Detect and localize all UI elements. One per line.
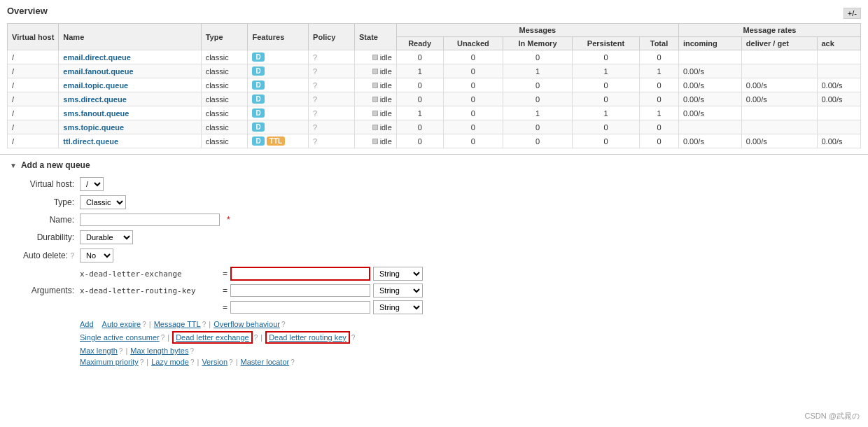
version-help[interactable]: ? bbox=[229, 358, 233, 366]
table-row[interactable]: / ttl.direct.queue classic D TTL ? idle … bbox=[8, 134, 861, 148]
feature-badge-d: D bbox=[252, 80, 264, 90]
cell-name[interactable]: sms.direct.queue bbox=[59, 92, 201, 106]
link-version[interactable]: Version bbox=[202, 358, 227, 366]
cell-type: classic bbox=[201, 64, 248, 78]
table-row[interactable]: / email.topic.queue classic D ? idle 0 0… bbox=[8, 78, 861, 92]
arg-type-select-2[interactable]: String Number Boolean bbox=[373, 284, 423, 298]
cell-type: classic bbox=[201, 106, 248, 120]
overflow-help[interactable]: ? bbox=[281, 321, 286, 328]
cell-in-memory: 1 bbox=[503, 64, 573, 78]
add-queue-form: Virtual host: / Type: Classic Name: * Du… bbox=[10, 177, 430, 314]
link-auto-expire[interactable]: Auto expire bbox=[102, 320, 141, 328]
link-master-locator[interactable]: Master locator bbox=[241, 358, 290, 366]
auto-expire-help[interactable]: ? bbox=[142, 321, 146, 328]
arg-value-2[interactable] bbox=[230, 284, 370, 297]
cell-vhost: / bbox=[8, 64, 59, 78]
link-max-priority[interactable]: Maximum priority bbox=[80, 358, 139, 366]
cell-vhost: / bbox=[8, 50, 59, 64]
link-message-ttl[interactable]: Message TTL bbox=[154, 320, 201, 328]
auto-delete-select[interactable]: No Yes bbox=[80, 248, 113, 262]
dead-letter-exchange-help[interactable]: ? bbox=[254, 334, 258, 342]
max-priority-help[interactable]: ? bbox=[140, 358, 144, 366]
table-row[interactable]: / email.fanout.queue classic D ? idle 1 … bbox=[8, 64, 861, 78]
cell-incoming: 0.00/s bbox=[678, 92, 741, 106]
cell-ack: 0.00/s bbox=[817, 134, 861, 148]
cell-name[interactable]: ttl.direct.queue bbox=[59, 134, 201, 148]
cell-total: 0 bbox=[640, 120, 679, 134]
cell-name[interactable]: sms.topic.queue bbox=[59, 120, 201, 134]
add-button[interactable]: Add bbox=[80, 320, 94, 328]
link-single-consumer[interactable]: Single active consumer bbox=[80, 333, 160, 342]
arg-value-1[interactable] bbox=[230, 267, 370, 281]
cell-persistent: 0 bbox=[572, 50, 639, 64]
cell-total: 1 bbox=[640, 64, 679, 78]
cell-state: idle bbox=[355, 78, 397, 92]
name-control: * bbox=[80, 214, 430, 226]
auto-delete-label: Auto delete: ? bbox=[10, 251, 80, 260]
master-locator-help[interactable]: ? bbox=[290, 358, 295, 366]
cell-type: classic bbox=[201, 92, 248, 106]
th-name: Name bbox=[59, 24, 201, 50]
max-length-bytes-help[interactable]: ? bbox=[190, 347, 194, 355]
th-total: Total bbox=[640, 37, 679, 50]
arg-type-select-1[interactable]: String Number Boolean bbox=[373, 267, 423, 281]
link-lazy-mode[interactable]: Lazy mode bbox=[151, 358, 189, 366]
overview-section: Overview +/- Virtual host Name Type Feat… bbox=[0, 0, 868, 154]
link-max-length-bytes[interactable]: Max length bytes bbox=[130, 346, 188, 355]
add-links-row-2: Max length ? | Max length bytes ? bbox=[80, 346, 858, 355]
link-max-length[interactable]: Max length bbox=[80, 346, 118, 355]
cell-vhost: / bbox=[8, 106, 59, 120]
max-length-help[interactable]: ? bbox=[119, 347, 123, 355]
plus-minus-button[interactable]: +/- bbox=[844, 8, 861, 19]
arg-type-select-3[interactable]: String Number Boolean bbox=[373, 300, 423, 314]
add-queue-header[interactable]: ▼ Add a new queue bbox=[10, 160, 858, 170]
table-row[interactable]: / email.direct.queue classic D ? idle 0 … bbox=[8, 50, 861, 64]
cell-name[interactable]: email.fanout.queue bbox=[59, 64, 201, 78]
cell-features: D bbox=[248, 64, 309, 78]
arg-value-3[interactable] bbox=[230, 301, 370, 314]
single-consumer-help[interactable]: ? bbox=[161, 334, 165, 342]
cell-name[interactable]: email.direct.queue bbox=[59, 50, 201, 64]
cell-state: idle bbox=[355, 92, 397, 106]
link-overflow[interactable]: Overflow behaviour bbox=[214, 320, 280, 328]
dead-letter-routing-key-help[interactable]: ? bbox=[351, 334, 356, 342]
cell-deliver-get: 0.00/s bbox=[741, 78, 817, 92]
cell-state: idle bbox=[355, 64, 397, 78]
name-input[interactable] bbox=[80, 214, 220, 226]
auto-delete-help[interactable]: ? bbox=[70, 252, 74, 260]
durability-select[interactable]: Durable Transient bbox=[80, 230, 133, 244]
cell-ready: 0 bbox=[396, 78, 443, 92]
cell-incoming: 0.00/s bbox=[678, 106, 741, 120]
lazy-mode-help[interactable]: ? bbox=[190, 358, 195, 366]
add-queue-title: Add a new queue bbox=[21, 160, 90, 170]
th-deliver-get: deliver / get bbox=[741, 37, 817, 50]
cell-ready: 0 bbox=[396, 120, 443, 134]
cell-total: 0 bbox=[640, 50, 679, 64]
table-row[interactable]: / sms.topic.queue classic D ? idle 0 0 0… bbox=[8, 120, 861, 134]
durability-label: Durability: bbox=[10, 232, 80, 242]
link-dead-letter-routing-key[interactable]: Dead letter routing key bbox=[265, 331, 350, 344]
cell-total: 0 bbox=[640, 78, 679, 92]
cell-deliver-get bbox=[741, 120, 817, 134]
virtual-host-select[interactable]: / bbox=[80, 177, 104, 191]
cell-deliver-get bbox=[741, 106, 817, 120]
table-row[interactable]: / sms.direct.queue classic D ? idle 0 0 … bbox=[8, 92, 861, 106]
overview-title: Overview bbox=[7, 6, 48, 16]
cell-vhost: / bbox=[8, 134, 59, 148]
message-ttl-help[interactable]: ? bbox=[202, 321, 206, 328]
cell-name[interactable]: sms.fanout.queue bbox=[59, 106, 201, 120]
th-persistent: Persistent bbox=[572, 37, 639, 50]
queues-table: Virtual host Name Type Features Policy S… bbox=[7, 23, 861, 148]
cell-features: D TTL bbox=[248, 134, 309, 148]
cell-in-memory: 1 bbox=[503, 106, 573, 120]
type-select[interactable]: Classic bbox=[80, 195, 126, 209]
cell-in-memory: 0 bbox=[503, 134, 573, 148]
cell-name[interactable]: email.topic.queue bbox=[59, 78, 201, 92]
cell-features: D bbox=[248, 78, 309, 92]
cell-ack bbox=[817, 120, 861, 134]
cell-incoming: 0.00/s bbox=[678, 64, 741, 78]
th-features: Features bbox=[248, 24, 309, 50]
table-row[interactable]: / sms.fanout.queue classic D ? idle 1 0 … bbox=[8, 106, 861, 120]
link-dead-letter-exchange[interactable]: Dead letter exchange bbox=[172, 331, 253, 344]
cell-unacked: 0 bbox=[443, 92, 503, 106]
